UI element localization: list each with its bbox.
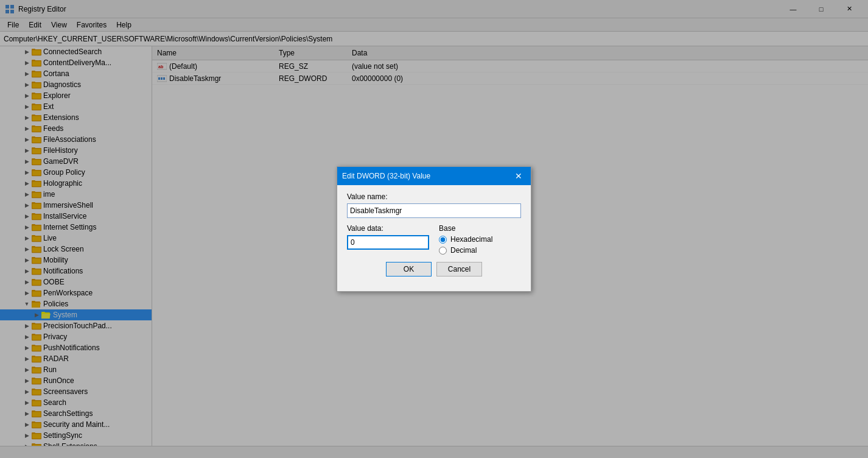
value-data-input[interactable] xyxy=(347,235,429,250)
radio-hexadecimal[interactable]: Hexadecimal xyxy=(439,235,521,244)
radio-decimal[interactable]: Decimal xyxy=(439,246,521,255)
dialog-title: Edit DWORD (32-bit) Value xyxy=(342,172,511,180)
value-data-label: Value data: xyxy=(347,224,429,233)
base-section: Base Hexadecimal Decimal xyxy=(439,224,521,255)
dialog-buttons: OK Cancel xyxy=(347,262,521,284)
value-name-label: Value name: xyxy=(347,192,521,201)
edit-dword-dialog: Edit DWORD (32-bit) Value ✕ Value name: … xyxy=(337,166,531,292)
cancel-button[interactable]: Cancel xyxy=(436,262,482,277)
radio-hex-input[interactable] xyxy=(439,236,447,244)
modal-overlay: Edit DWORD (32-bit) Value ✕ Value name: … xyxy=(0,0,868,458)
value-data-section: Value data: xyxy=(347,224,429,255)
dialog-middle-row: Value data: Base Hexadecimal Decimal xyxy=(347,224,521,255)
value-name-input[interactable] xyxy=(347,203,521,218)
radio-dec-input[interactable] xyxy=(439,247,447,255)
dialog-close-button[interactable]: ✕ xyxy=(511,169,526,183)
radio-hex-label: Hexadecimal xyxy=(450,235,492,244)
radio-group: Hexadecimal Decimal xyxy=(439,235,521,255)
ok-button[interactable]: OK xyxy=(386,262,432,277)
base-label: Base xyxy=(439,224,521,233)
dialog-content: Value name: Value data: Base Hexadecimal xyxy=(337,185,531,291)
dialog-title-bar: Edit DWORD (32-bit) Value ✕ xyxy=(337,167,531,185)
radio-dec-label: Decimal xyxy=(450,246,477,255)
